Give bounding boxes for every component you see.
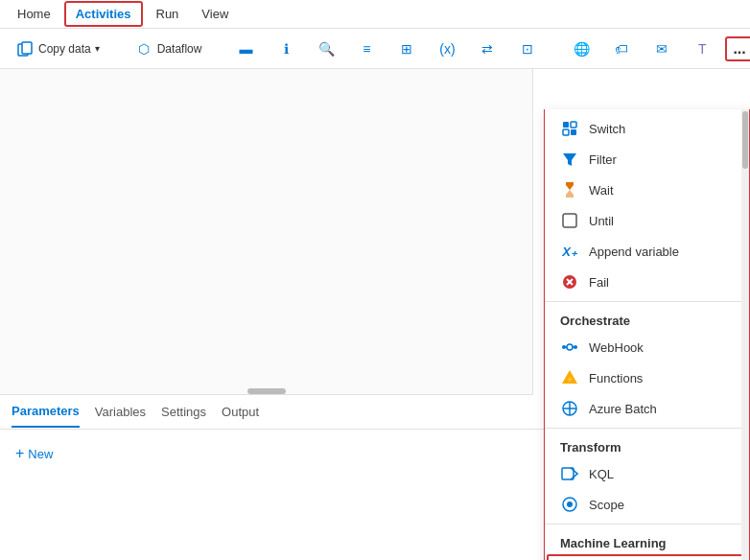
dataflow-button[interactable]: ⬡ Dataflow [127,35,210,62]
menu-item-azure-batch[interactable]: Azure Batch [545,393,749,424]
dataflow-icon: ⬡ [134,39,153,58]
tab-parameters[interactable]: Parameters [12,396,80,428]
table-icon-btn[interactable]: ⊞ [389,35,424,62]
tab-output[interactable]: Output [222,397,259,427]
tab-settings[interactable]: Settings [161,397,206,427]
globe-icon: 🌐 [572,39,591,58]
new-label: New [28,447,53,461]
svg-rect-1 [22,42,32,54]
more-button[interactable]: ... [725,36,750,61]
flow-icon-btn[interactable]: ⇄ [470,35,504,62]
separator-2 [545,428,749,429]
menu-item-wait[interactable]: Wait [545,175,749,205]
svg-rect-3 [571,122,576,128]
svg-rect-7 [566,182,574,185]
webhook-icon [560,338,579,357]
menu-item-switch[interactable]: Switch [545,113,749,144]
pipeline-icon-btn[interactable]: ▬ [228,35,263,62]
bookmark-icon-btn[interactable]: 🏷 [604,35,639,62]
menu-item-filter[interactable]: Filter [545,144,749,175]
copy-data-icon [15,39,35,58]
canvas-area[interactable] [0,69,533,395]
azure-batch-icon [560,399,579,418]
new-plus-icon: + [15,445,24,462]
svg-point-25 [567,502,573,507]
kql-icon [560,464,579,483]
separator-1 [545,301,749,302]
svg-marker-6 [563,153,576,166]
info-icon: ℹ [276,39,295,58]
table-icon: ⊞ [397,39,416,58]
fail-label: Fail [589,275,609,290]
svg-rect-8 [566,195,574,198]
menu-item-webhook[interactable]: WebHook [545,332,749,362]
separator-3 [545,524,749,525]
menubar: Home Activities Run View [0,0,750,29]
menu-item-append-variable[interactable]: X₊ Append variable [545,236,749,267]
dropdown-scrollbar[interactable] [741,109,749,560]
resize-handle[interactable] [247,388,286,394]
until-label: Until [589,214,614,228]
until-icon [560,211,579,230]
section-transform: Transform [545,432,749,458]
functions-icon: ⚡ [560,368,579,387]
box-icon-btn[interactable]: ⊡ [510,35,545,62]
switch-label: Switch [589,122,625,136]
menu-item-until[interactable]: Until [545,205,749,236]
pipeline-icon: ▬ [236,39,255,58]
svg-rect-5 [571,129,576,135]
teams-icon: T [692,39,712,58]
scrollbar-thumb [742,111,748,169]
section-ml: Machine Learning [545,528,749,554]
append-variable-icon: X₊ [560,242,579,261]
menu-view[interactable]: View [192,3,238,25]
tab-variables[interactable]: Variables [95,397,146,427]
info-icon-btn[interactable]: ℹ [269,35,303,62]
copy-data-chevron: ▾ [95,43,100,54]
globe-icon-btn[interactable]: 🌐 [564,35,598,62]
flow-icon: ⇄ [478,39,497,58]
wait-icon [560,180,579,199]
main-container: Parameters Variables Settings Output + N… [0,69,750,560]
script-icon: ≡ [357,39,376,58]
filter-icon [560,150,579,169]
menu-item-functions[interactable]: ⚡ Functions [545,362,749,393]
menu-home[interactable]: Home [8,3,60,25]
menu-run[interactable]: Run [147,3,189,25]
box-icon: ⊡ [518,39,537,58]
dataflow-label: Dataflow [157,42,202,56]
wait-label: Wait [589,183,614,198]
switch-icon [560,119,579,138]
search-icon-btn[interactable]: 🔍 [309,35,343,62]
menu-item-kql[interactable]: KQL [545,458,749,489]
outlook-icon-btn[interactable]: ✉ [645,35,679,62]
variable-icon-btn[interactable]: (x) [430,35,464,62]
webhook-label: WebHook [589,340,644,355]
azure-batch-label: Azure Batch [589,402,657,416]
menu-item-scope[interactable]: Scope [545,489,749,520]
bookmark-icon: 🏷 [612,39,631,58]
menu-item-azure-ml[interactable]: Azure Machine Learning [547,554,747,560]
outlook-icon: ✉ [652,39,671,58]
new-button[interactable]: + New [15,441,53,466]
search-icon: 🔍 [316,39,336,58]
svg-rect-9 [563,214,576,227]
teams-icon-btn[interactable]: T [685,35,719,62]
svg-rect-4 [563,129,569,135]
copy-data-button[interactable]: Copy data ▾ [8,35,107,62]
menu-item-fail[interactable]: Fail [545,267,749,297]
copy-data-label: Copy data [38,42,91,56]
dropdown-menu: Switch Filter Wait [544,109,750,560]
toolbar: Copy data ▾ ⬡ Dataflow ▬ ℹ 🔍 ≡ ⊞ (x) ⇄ ⊡… [0,29,750,69]
scope-icon [560,495,579,514]
script-icon-btn[interactable]: ≡ [349,35,384,62]
svg-text:⚡: ⚡ [566,375,574,384]
fail-icon [560,272,579,292]
filter-label: Filter [589,152,617,167]
svg-rect-2 [563,122,569,128]
section-orchestrate: Orchestrate [545,306,749,332]
variable-icon: (x) [437,39,457,58]
functions-label: Functions [589,371,643,385]
kql-label: KQL [589,467,614,481]
menu-activities[interactable]: Activities [64,1,143,27]
